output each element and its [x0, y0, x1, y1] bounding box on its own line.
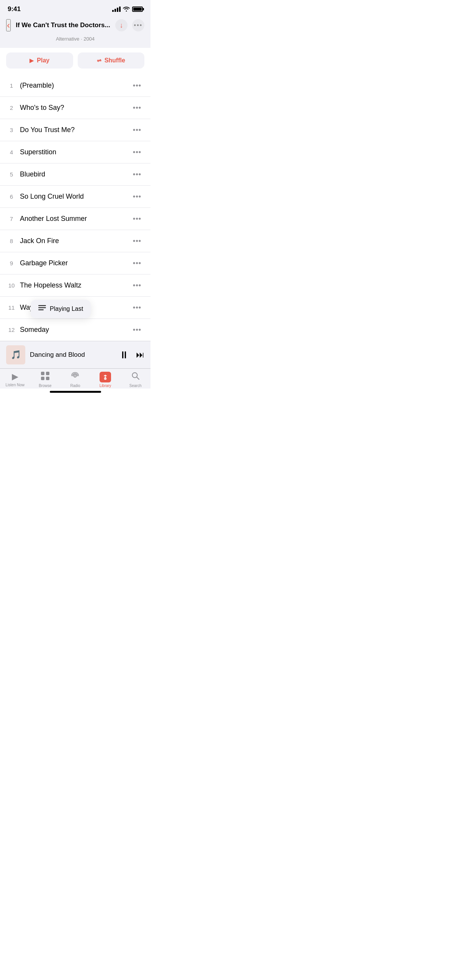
- track-number: 5: [6, 171, 17, 178]
- tab-radio[interactable]: Radio: [60, 372, 90, 388]
- status-bar: 9:41: [0, 0, 150, 16]
- home-bar: [50, 391, 101, 393]
- tab-search[interactable]: Search: [120, 372, 150, 388]
- more-options-button[interactable]: •••: [132, 19, 144, 31]
- track-more-button[interactable]: •••: [130, 235, 144, 247]
- track-title: Bluebird: [17, 170, 130, 178]
- wifi-icon: [123, 6, 130, 13]
- ellipsis-icon: •••: [134, 22, 143, 29]
- track-list: 1 (Preamble) ••• 2 Who's to Say? ••• 3 D…: [0, 75, 150, 341]
- svg-rect-3: [41, 372, 44, 375]
- tab-listen-now-label: Listen Now: [6, 383, 25, 387]
- track-number: 12: [6, 327, 17, 333]
- tab-radio-label: Radio: [70, 384, 80, 388]
- track-title: Another Lost Summer: [17, 215, 130, 223]
- track-row[interactable]: 9 Garbage Picker •••: [0, 252, 150, 274]
- action-buttons: ▶ Play ⇌ Shuffle: [0, 48, 150, 75]
- track-more-button[interactable]: •••: [130, 213, 144, 224]
- track-more-button[interactable]: •••: [130, 169, 144, 180]
- shuffle-button[interactable]: ⇌ Shuffle: [78, 52, 145, 69]
- track-more-button[interactable]: •••: [130, 102, 144, 113]
- radio-icon: [71, 372, 79, 382]
- track-row[interactable]: 11 Wayfaring Str... ••• Playing Last: [0, 297, 150, 319]
- album-art: 🎵: [6, 345, 25, 364]
- playing-last-tooltip: Playing Last: [31, 300, 91, 318]
- track-title: (Preamble): [17, 82, 130, 90]
- track-more-button[interactable]: •••: [130, 324, 144, 335]
- download-button[interactable]: ↓: [115, 19, 128, 31]
- album-art-icon: 🎵: [11, 350, 21, 360]
- tab-bar: ▶ Listen Now Browse Radio: [0, 368, 150, 389]
- track-row[interactable]: 1 (Preamble) •••: [0, 75, 150, 97]
- home-indicator: [0, 389, 150, 396]
- track-more-button[interactable]: •••: [130, 280, 144, 291]
- back-button[interactable]: ‹: [6, 19, 11, 31]
- playlist-icon: [38, 305, 46, 313]
- playing-last-label: Playing Last: [50, 305, 83, 312]
- now-playing-title: Dancing and Blood: [30, 351, 114, 359]
- track-row[interactable]: 4 Superstition •••: [0, 141, 150, 163]
- play-label: Play: [37, 57, 49, 64]
- now-playing-bar[interactable]: 🎵 Dancing and Blood ⏸ ⏭: [0, 341, 150, 368]
- playback-controls: ⏸ ⏭: [119, 349, 144, 361]
- svg-rect-6: [46, 377, 49, 380]
- svg-rect-5: [41, 377, 44, 380]
- tab-library[interactable]: Library: [90, 372, 121, 388]
- track-title: Someday: [17, 326, 130, 334]
- track-row[interactable]: 7 Another Lost Summer •••: [0, 208, 150, 230]
- tab-listen-now[interactable]: ▶ Listen Now: [0, 372, 30, 388]
- track-title: Jack On Fire: [17, 237, 130, 245]
- track-row[interactable]: 3 Do You Trust Me? •••: [0, 119, 150, 141]
- track-more-button[interactable]: •••: [130, 147, 144, 158]
- shuffle-label: Shuffle: [105, 57, 125, 64]
- svg-line-11: [137, 377, 139, 379]
- track-more-button[interactable]: •••: [130, 124, 144, 136]
- listen-now-icon: ▶: [12, 372, 18, 382]
- track-number: 4: [6, 149, 17, 155]
- track-title: Do You Trust Me?: [17, 126, 130, 134]
- status-time: 9:41: [8, 5, 21, 13]
- nav-header: ‹ If We Can't Trust the Doctors... ↓ •••: [0, 16, 150, 36]
- library-icon: [100, 372, 111, 382]
- svg-rect-1: [38, 307, 46, 309]
- battery-icon: [132, 7, 143, 12]
- track-title: The Hopeless Waltz: [17, 281, 130, 289]
- track-number: 8: [6, 238, 17, 244]
- svg-rect-2: [38, 309, 44, 310]
- track-more-button[interactable]: •••: [130, 302, 144, 313]
- search-icon: [131, 372, 140, 382]
- back-chevron-icon: ‹: [7, 20, 10, 31]
- track-number: 1: [6, 82, 17, 89]
- play-button[interactable]: ▶ Play: [6, 52, 73, 69]
- shuffle-icon: ⇌: [97, 57, 101, 64]
- track-more-button[interactable]: •••: [130, 191, 144, 202]
- track-number: 10: [6, 282, 17, 289]
- browse-icon: [41, 372, 49, 382]
- pause-button[interactable]: ⏸: [119, 349, 129, 361]
- download-icon: ↓: [120, 21, 123, 29]
- album-subtitle: Alternative · 2004: [0, 36, 150, 48]
- track-number: 6: [6, 193, 17, 200]
- track-title: So Long Cruel World: [17, 193, 130, 201]
- play-icon: ▶: [29, 57, 34, 64]
- track-row[interactable]: 8 Jack On Fire •••: [0, 230, 150, 252]
- status-icons: [112, 6, 143, 13]
- track-row[interactable]: 10 The Hopeless Waltz •••: [0, 274, 150, 297]
- track-row[interactable]: 6 So Long Cruel World •••: [0, 186, 150, 208]
- tab-browse-label: Browse: [39, 384, 51, 388]
- signal-bars-icon: [112, 7, 121, 12]
- track-row[interactable]: 12 Someday •••: [0, 319, 150, 341]
- track-row[interactable]: 2 Who's to Say? •••: [0, 97, 150, 119]
- track-row[interactable]: 5 Bluebird •••: [0, 163, 150, 186]
- track-number: 11: [6, 304, 17, 311]
- page-title: If We Can't Trust the Doctors...: [14, 21, 112, 29]
- track-number: 3: [6, 127, 17, 133]
- track-more-button[interactable]: •••: [130, 258, 144, 269]
- svg-rect-0: [38, 305, 46, 306]
- tab-browse[interactable]: Browse: [30, 372, 61, 388]
- track-title: Who's to Say?: [17, 104, 130, 112]
- track-more-button[interactable]: •••: [130, 80, 144, 91]
- track-number: 9: [6, 260, 17, 266]
- track-title: Superstition: [17, 148, 130, 156]
- skip-forward-button[interactable]: ⏭: [136, 350, 144, 360]
